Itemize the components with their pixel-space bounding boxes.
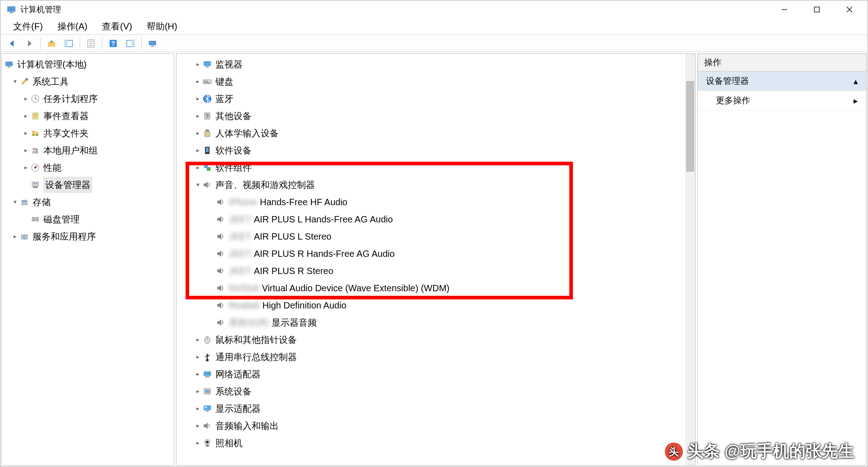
scrollbar[interactable] <box>685 54 695 465</box>
maximize-button[interactable] <box>801 0 833 19</box>
expand-icon[interactable]: ▸ <box>194 77 202 86</box>
device-category-label: 网络适配器 <box>215 366 261 382</box>
services-icon <box>19 231 30 242</box>
device-item[interactable]: iPhoneHands-Free HF Audio <box>177 193 694 211</box>
back-button[interactable] <box>4 37 20 50</box>
svg-rect-42 <box>23 201 26 202</box>
expand-icon[interactable]: ▸ <box>22 146 30 154</box>
tree-event-viewer[interactable]: ▸ 事件查看器 <box>3 107 173 125</box>
device-category-label: 软件设备 <box>215 142 252 159</box>
menu-action[interactable]: 操作(A) <box>50 19 95 34</box>
device-item[interactable]: RealtekHigh Definition Audio <box>177 297 694 314</box>
toolbar-separator <box>40 38 41 49</box>
device-item[interactable]: JEETAIR PLUS L Hands-Free AG Audio <box>177 211 694 228</box>
expand-icon[interactable]: ▸ <box>194 164 202 172</box>
tree-label: 系统工具 <box>33 73 69 90</box>
expand-icon[interactable]: ▸ <box>194 353 202 361</box>
device-category[interactable]: ▸?其他设备 <box>177 107 694 125</box>
device-category[interactable]: ▸监视器 <box>177 56 694 73</box>
expand-icon[interactable]: ▸ <box>194 60 202 68</box>
help-button[interactable]: ? <box>105 37 121 50</box>
scrollbar-thumb[interactable] <box>686 81 694 172</box>
tree-label: 服务和应用程序 <box>33 228 96 245</box>
device-category[interactable]: ▸音频输入和输出 <box>177 417 694 434</box>
expand-icon[interactable]: ▾ <box>11 77 19 86</box>
tree-label: 计算机管理(本地) <box>17 56 86 72</box>
tree-disk-management[interactable]: 磁盘管理 <box>3 211 173 228</box>
device-category[interactable]: ▸显示适配器 <box>177 400 694 417</box>
tree-device-manager[interactable]: 设备管理器 <box>3 176 173 193</box>
device-category[interactable]: ▸网络适配器 <box>177 366 694 383</box>
expand-spacer <box>207 301 215 309</box>
device-item[interactable]: JEETAIR PLUS R Hands-Free AG Audio <box>177 245 694 262</box>
menu-view[interactable]: 查看(V) <box>95 19 139 34</box>
svg-rect-43 <box>32 217 35 221</box>
expand-icon[interactable]: ▸ <box>194 112 202 120</box>
expand-spacer <box>207 250 215 258</box>
expand-icon[interactable]: ▸ <box>194 95 202 103</box>
properties-button[interactable] <box>83 37 99 50</box>
device-tree: ▸监视器▸键盘▸蓝牙▸?其他设备▸人体学输入设备▸软件设备▸软件组件▾声音、视频… <box>176 54 695 453</box>
tree-root[interactable]: 计算机管理(本地) <box>3 56 173 73</box>
expand-icon[interactable]: ▸ <box>22 129 30 137</box>
expand-spacer <box>207 232 215 241</box>
device-item[interactable]: 英特尔(R)显示器音频 <box>177 314 694 331</box>
expand-icon[interactable]: ▸ <box>194 146 202 154</box>
tree-task-scheduler[interactable]: ▸ 任务计划程序 <box>3 90 173 107</box>
device-category[interactable]: ▸系统设备 <box>177 383 694 400</box>
expand-icon[interactable]: ▸ <box>22 112 30 120</box>
up-folder-button[interactable] <box>43 37 60 50</box>
expand-icon[interactable]: ▸ <box>194 439 202 447</box>
device-item-prefix: iPhone <box>229 194 257 210</box>
show-hide-console-tree-button[interactable] <box>61 37 77 50</box>
device-category[interactable]: ▸照相机 <box>177 434 694 452</box>
expand-icon[interactable]: ▸ <box>194 422 202 430</box>
expand-spacer <box>22 181 30 189</box>
device-category[interactable]: ▸人体学输入设备 <box>177 125 694 142</box>
device-category[interactable]: ▸键盘 <box>177 73 694 90</box>
refresh-button[interactable] <box>144 37 161 50</box>
device-category[interactable]: ▸鼠标和其他指针设备 <box>177 331 694 348</box>
menubar: 文件(F) 操作(A) 查看(V) 帮助(H) <box>0 19 868 35</box>
actions-more[interactable]: 更多操作 ▸ <box>698 91 866 111</box>
tree-system-tools[interactable]: ▾ 系统工具 <box>3 73 173 90</box>
show-hide-action-pane-button[interactable] <box>122 37 138 50</box>
expand-icon[interactable]: ▸ <box>194 129 202 137</box>
device-category[interactable]: ▾声音、视频和游戏控制器 <box>177 176 694 193</box>
expand-icon[interactable]: ▸ <box>22 95 30 103</box>
device-category[interactable]: ▸软件设备 <box>177 142 694 159</box>
device-item[interactable]: NVIDIAVirtual Audio Device (Wave Extensi… <box>177 279 694 297</box>
tree-storage[interactable]: ▾ 存储 <box>3 193 173 211</box>
device-category[interactable]: ▸通用串行总线控制器 <box>177 348 694 366</box>
tree-local-users[interactable]: ▸ 本地用户和组 <box>3 142 173 159</box>
expand-spacer <box>207 284 215 292</box>
task-scheduler-icon <box>30 93 41 104</box>
expand-icon[interactable]: ▸ <box>194 370 202 378</box>
actions-section[interactable]: 设备管理器 ▴ <box>698 72 866 91</box>
expand-icon[interactable]: ▸ <box>194 336 202 344</box>
expand-icon[interactable]: ▾ <box>194 181 202 189</box>
tree-shared-folders[interactable]: ▸ 共享文件夹 <box>3 125 173 142</box>
tree-services-apps[interactable]: ▸ 服务和应用程序 <box>3 228 173 245</box>
device-item[interactable]: JEETAIR PLUS R Stereo <box>177 262 694 279</box>
expand-icon[interactable]: ▸ <box>22 164 30 172</box>
device-item-label: Hands-Free HF Audio <box>260 194 347 210</box>
menu-help[interactable]: 帮助(H) <box>139 19 185 34</box>
minimize-button[interactable] <box>768 0 801 19</box>
expand-icon[interactable]: ▸ <box>194 387 202 395</box>
expand-icon[interactable]: ▸ <box>11 232 19 241</box>
event-viewer-icon <box>30 111 41 121</box>
device-category[interactable]: ▸软件组件 <box>177 159 694 176</box>
device-category[interactable]: ▸蓝牙 <box>177 90 694 107</box>
svg-rect-0 <box>7 6 15 12</box>
forward-button[interactable] <box>21 37 38 50</box>
svg-rect-37 <box>32 182 38 186</box>
tree-performance[interactable]: ▸ 性能 <box>3 159 173 176</box>
expand-icon[interactable]: ▸ <box>194 404 202 413</box>
menu-file[interactable]: 文件(F) <box>6 19 50 34</box>
device-manager-icon <box>30 179 41 190</box>
close-button[interactable] <box>833 0 866 19</box>
expand-icon[interactable]: ▾ <box>11 198 19 206</box>
device-item[interactable]: JEETAIR PLUS L Stereo <box>177 228 694 245</box>
svg-point-21 <box>25 78 28 81</box>
